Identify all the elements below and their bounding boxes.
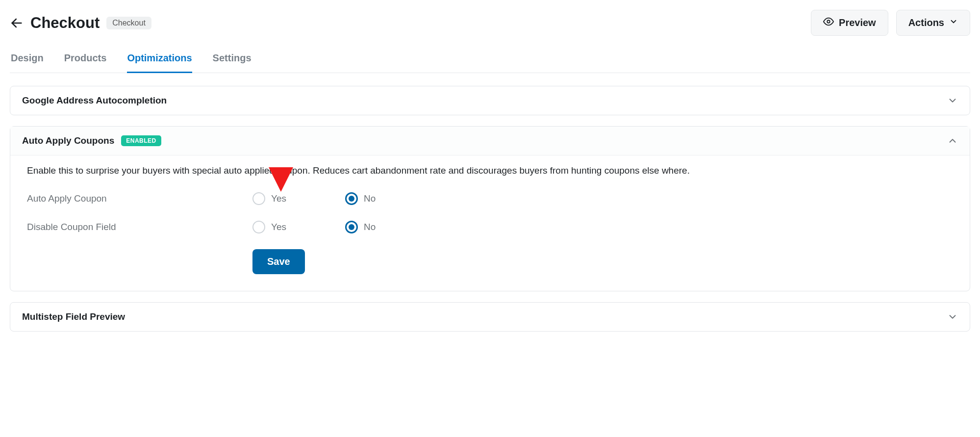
save-button[interactable]: Save [252, 249, 305, 274]
radio-label: Yes [271, 193, 286, 204]
row-disable-coupon-field: Disable Coupon Field Yes No [27, 221, 953, 233]
panel-title-multistep: Multistep Field Preview [22, 311, 125, 322]
label-disable-coupon-field: Disable Coupon Field [27, 222, 252, 232]
eye-icon [823, 16, 834, 29]
tab-design[interactable]: Design [11, 50, 44, 73]
radio-icon [345, 221, 358, 233]
chevron-down-icon [947, 95, 958, 106]
back-arrow-icon[interactable] [10, 16, 24, 30]
header-actions: Preview Actions [811, 10, 970, 36]
page-title: Checkout [30, 14, 100, 32]
radio-disable-coupon-field-yes[interactable]: Yes [252, 221, 286, 233]
radio-group-disable-coupon-field: Yes No [252, 221, 376, 233]
panel-title-google-address: Google Address Autocompletion [22, 95, 167, 106]
radio-group-auto-apply-coupon: Yes No [252, 192, 376, 205]
panel-auto-apply-coupons: Auto Apply Coupons ENABLED Enable this t… [10, 126, 970, 291]
radio-auto-apply-coupon-yes[interactable]: Yes [252, 192, 286, 205]
save-row: Save [252, 249, 953, 274]
row-auto-apply-coupon: Auto Apply Coupon Yes No [27, 192, 953, 205]
preview-button[interactable]: Preview [811, 10, 888, 36]
tabs: Design Products Optimizations Settings [10, 50, 970, 73]
actions-button[interactable]: Actions [896, 10, 970, 36]
panel-description: Enable this to surprise your buyers with… [27, 164, 953, 178]
chevron-down-icon [949, 17, 958, 28]
tab-settings[interactable]: Settings [213, 50, 251, 73]
page-header: Checkout Checkout Preview Actions [10, 10, 970, 36]
panel-body-auto-apply-coupons: Enable this to surprise your buyers with… [10, 155, 970, 291]
radio-label: Yes [271, 222, 286, 232]
panel-title-auto-apply-coupons: Auto Apply Coupons [22, 135, 114, 146]
label-auto-apply-coupon: Auto Apply Coupon [27, 193, 252, 204]
svg-point-1 [827, 20, 830, 23]
chevron-down-icon [947, 311, 958, 322]
radio-label: No [364, 222, 376, 232]
tab-products[interactable]: Products [64, 50, 107, 73]
enabled-badge: ENABLED [121, 135, 161, 146]
chevron-up-icon [947, 135, 958, 146]
radio-icon [345, 192, 358, 205]
radio-auto-apply-coupon-no[interactable]: No [345, 192, 376, 205]
header-left: Checkout Checkout [10, 14, 151, 32]
radio-disable-coupon-field-no[interactable]: No [345, 221, 376, 233]
preview-button-label: Preview [839, 17, 876, 28]
radio-icon [252, 221, 265, 233]
radio-label: No [364, 193, 376, 204]
actions-button-label: Actions [908, 17, 944, 28]
tab-optimizations[interactable]: Optimizations [127, 50, 192, 73]
panel-header-multistep[interactable]: Multistep Field Preview [10, 303, 970, 331]
panel-google-address: Google Address Autocompletion [10, 86, 970, 115]
radio-icon [252, 192, 265, 205]
panel-multistep: Multistep Field Preview [10, 302, 970, 332]
panel-header-auto-apply-coupons[interactable]: Auto Apply Coupons ENABLED [10, 127, 970, 155]
page-tag: Checkout [106, 17, 151, 29]
panel-header-google-address[interactable]: Google Address Autocompletion [10, 86, 970, 115]
